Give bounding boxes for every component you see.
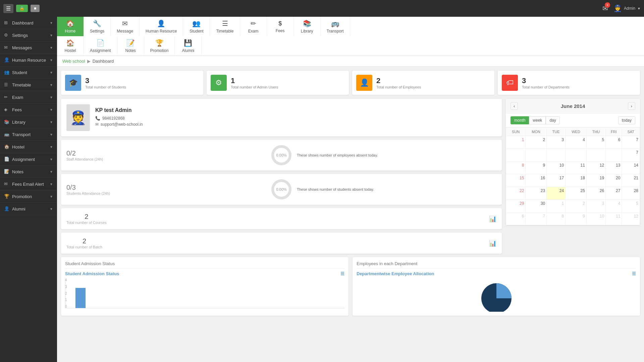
calendar-cell[interactable]: 25 — [566, 187, 587, 200]
calendar-cell[interactable]: 20 — [606, 174, 622, 187]
nav-item2-assignment[interactable]: 📄 Assignment — [84, 36, 117, 56]
calendar-cell[interactable]: 14 — [622, 162, 640, 174]
calendar-cell[interactable]: 28 — [622, 187, 640, 200]
nav-icon-exam: ✏ — [251, 19, 256, 27]
calendar-tab-month[interactable]: month — [511, 116, 529, 124]
calendar-cell[interactable] — [586, 149, 605, 162]
grey-button[interactable]: ■ — [31, 5, 40, 12]
nav-item-library[interactable]: 📚 Library — [294, 17, 321, 36]
calendar-cell[interactable]: 10 — [586, 213, 605, 225]
calendar-cell[interactable]: 8 — [506, 162, 526, 174]
stat-label-departments: Total number of Departments — [522, 85, 570, 89]
sidebar-item-fees-email-alert[interactable]: ✉ Fees Email Alert ▼ — [0, 178, 57, 190]
sidebar-item-messages[interactable]: ✉ Messages ▼ — [0, 42, 57, 54]
calendar-cell[interactable]: 5 — [586, 136, 605, 149]
calendar-cell[interactable] — [526, 149, 547, 162]
sidebar-item-exam[interactable]: ✏ Exam ▼ — [0, 91, 57, 104]
breadcrumb-home[interactable]: Web school — [62, 59, 85, 64]
calendar-cell[interactable]: 2 — [526, 136, 547, 149]
sidebar-item-assignment[interactable]: 📄 Assignment ▼ — [0, 153, 57, 166]
nav-item2-alumni[interactable]: 💾 Alumni — [175, 36, 202, 56]
calendar-cell[interactable]: 12 — [622, 213, 640, 225]
sidebar-item-human-resource[interactable]: 👤 Human Resource ▼ — [0, 54, 57, 66]
nav-label-settings: Settings — [90, 29, 104, 34]
nav-item-home[interactable]: 🏠 Home — [57, 17, 84, 36]
calendar-cell[interactable]: 11 — [566, 162, 587, 174]
calendar-cell[interactable]: 2 — [566, 200, 587, 213]
calendar-cell[interactable]: 17 — [547, 174, 566, 187]
calendar-next-btn[interactable]: › — [628, 102, 635, 110]
calendar-cell[interactable]: 26 — [586, 187, 605, 200]
nav-item2-hostel[interactable]: 🏠 Hostel — [57, 36, 84, 56]
sidebar-item-hostel[interactable]: 🏠 Hostel ▼ — [0, 141, 57, 153]
nav-item-transport[interactable]: 🚌 Transport — [321, 17, 350, 36]
nav-item-student[interactable]: 👥 Student — [183, 17, 210, 36]
calendar-cell[interactable]: 4 — [606, 200, 622, 213]
sidebar-item-notes[interactable]: 📝 Notes ▼ — [0, 166, 57, 178]
dept-chart-menu-icon[interactable]: ☰ — [632, 271, 636, 276]
calendar-cell[interactable]: 27 — [606, 187, 622, 200]
nav-item-timetable[interactable]: ☰ Timetable — [210, 17, 240, 36]
sidebar-label-alumni: Alumni — [12, 206, 25, 212]
calendar-cell[interactable]: 19 — [586, 174, 605, 187]
user-menu[interactable]: 👮 Admin ▼ — [613, 4, 641, 12]
calendar-cell[interactable]: 21 — [622, 174, 640, 187]
calendar-cell[interactable]: 13 — [606, 162, 622, 174]
nav-item-exam[interactable]: ✏ Exam — [240, 17, 267, 36]
calendar-cell[interactable]: 24 — [547, 187, 566, 200]
calendar-cell[interactable]: 7 — [622, 136, 640, 149]
sidebar-item-promotion[interactable]: 🏆 Promotion ▼ — [0, 190, 57, 203]
calendar-cell[interactable]: 23 — [526, 187, 547, 200]
calendar-cell[interactable] — [606, 149, 622, 162]
total-courses-label: Total number of Courses — [66, 221, 107, 225]
calendar-prev-btn[interactable]: ‹ — [511, 102, 518, 110]
calendar-cell[interactable]: 8 — [547, 213, 566, 225]
sidebar-item-alumni[interactable]: 👤 Alumni ▼ — [0, 203, 57, 215]
calendar-cell[interactable]: 18 — [566, 174, 587, 187]
calendar-tab-week[interactable]: week — [529, 116, 546, 124]
calendar-tab-day[interactable]: day — [546, 116, 559, 124]
calendar-cell[interactable]: 6 — [506, 213, 526, 225]
calendar-cell[interactable]: 3 — [547, 136, 566, 149]
calendar-cell[interactable]: 11 — [606, 213, 622, 225]
calendar-cell[interactable]: 6 — [606, 136, 622, 149]
sidebar-item-student[interactable]: 👥 Student ▼ — [0, 66, 57, 79]
calendar-cell[interactable]: 9 — [526, 162, 547, 174]
calendar-today-btn[interactable]: today — [618, 116, 635, 124]
nav-item-fees[interactable]: $ Fees — [267, 17, 294, 36]
green-button[interactable]: 🔒 — [16, 5, 28, 12]
calendar-cell[interactable]: 1 — [506, 136, 526, 149]
sidebar-item-dashboard[interactable]: ⊞ Dashboard ▼ — [0, 17, 57, 29]
calendar-cell[interactable]: 15 — [506, 174, 526, 187]
nav-item-message[interactable]: ✉ Message — [111, 17, 140, 36]
calendar-cell[interactable]: 3 — [586, 200, 605, 213]
sidebar-item-fees[interactable]: ◈ Fees ▼ — [0, 104, 57, 116]
nav-item-settings[interactable]: 🔧 Settings — [84, 17, 111, 36]
sidebar-chevron-notes: ▼ — [50, 170, 53, 174]
calendar-cell[interactable] — [566, 149, 587, 162]
nav-item2-notes[interactable]: 📝 Notes — [117, 36, 144, 56]
calendar-cell[interactable]: 22 — [506, 187, 526, 200]
admission-chart-menu-icon[interactable]: ☰ — [340, 271, 344, 276]
nav-item2-promotion[interactable]: 🏆 Promotion — [144, 36, 175, 56]
calendar-cell[interactable] — [547, 149, 566, 162]
calendar-cell[interactable] — [506, 149, 526, 162]
calendar-cell[interactable]: 7 — [526, 213, 547, 225]
calendar-cell[interactable]: 16 — [526, 174, 547, 187]
calendar-cell[interactable]: 5 — [622, 200, 640, 213]
sidebar-item-timetable[interactable]: ☰ Timetable ▼ — [0, 79, 57, 91]
calendar-cell[interactable]: 9 — [566, 213, 587, 225]
sidebar-item-settings[interactable]: ⚙ Settings ▼ — [0, 29, 57, 42]
notification-bell[interactable]: ✉ 9 — [602, 4, 608, 12]
calendar-cell[interactable]: 10 — [547, 162, 566, 174]
hamburger-button[interactable]: ☰ — [3, 4, 13, 13]
calendar-cell[interactable]: 12 — [586, 162, 605, 174]
sidebar-item-library[interactable]: 📚 Library ▼ — [0, 116, 57, 128]
sidebar-item-transport[interactable]: 🚌 Transport ▼ — [0, 128, 57, 141]
calendar-cell[interactable]: 7 — [622, 149, 640, 162]
calendar-cell[interactable]: 4 — [566, 136, 587, 149]
calendar-cell[interactable]: 30 — [526, 200, 547, 213]
calendar-cell[interactable]: 1 — [547, 200, 566, 213]
nav-item-human-resource[interactable]: 👤 Human Resource — [140, 17, 183, 36]
calendar-cell[interactable]: 29 — [506, 200, 526, 213]
